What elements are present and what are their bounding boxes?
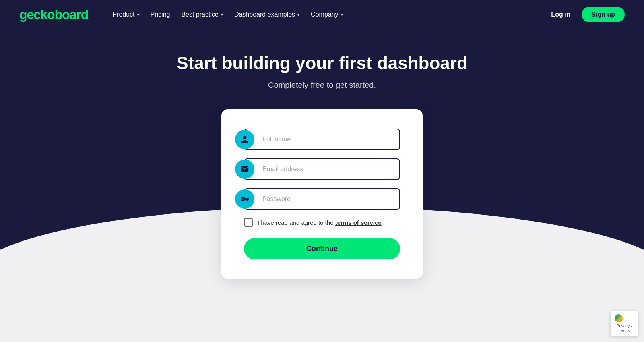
navbar: geckoboard Product ▾ Pricing Best practi…: [0, 0, 644, 29]
continue-button[interactable]: Continue: [244, 238, 400, 259]
chevron-down-icon: ▾: [221, 12, 223, 17]
nav-dashboard-examples[interactable]: Dashboard examples ▾: [229, 8, 304, 21]
login-button[interactable]: Log in: [546, 8, 575, 21]
nav-links: Product ▾ Pricing Best practice ▾ Dashbo…: [107, 8, 546, 21]
terms-label: I have read and agree to the terms of se…: [258, 219, 382, 226]
logo-text: geckoboard: [19, 7, 88, 22]
chevron-down-icon: ▾: [137, 12, 139, 17]
nav-pricing[interactable]: Pricing: [146, 8, 175, 21]
email-input[interactable]: [244, 158, 400, 180]
full-name-input[interactable]: [244, 129, 400, 150]
nav-product[interactable]: Product ▾: [107, 8, 144, 21]
terms-checkbox[interactable]: [244, 218, 253, 227]
password-input[interactable]: [244, 188, 400, 210]
email-group: [244, 158, 400, 180]
key-icon: [235, 189, 254, 209]
password-group: [244, 188, 400, 210]
recaptcha-icon: [615, 314, 623, 322]
signup-button[interactable]: Sign up: [582, 7, 625, 22]
hero-section: Start building your first dashboard Comp…: [0, 29, 644, 295]
hero-subtitle: Completely free to get started.: [268, 81, 376, 90]
nav-company[interactable]: Company ▾: [306, 8, 347, 21]
nav-auth: Log in Sign up: [546, 7, 625, 22]
recaptcha-badge: Privacy - Terms: [610, 311, 638, 336]
recaptcha-text: Privacy - Terms: [617, 324, 632, 333]
terms-row: I have read and agree to the terms of se…: [244, 218, 400, 227]
chevron-down-icon: ▾: [297, 12, 299, 17]
full-name-group: [244, 129, 400, 150]
nav-best-practice[interactable]: Best practice ▾: [176, 8, 227, 21]
terms-link[interactable]: terms of service: [335, 219, 382, 226]
chevron-down-icon: ▾: [341, 12, 343, 17]
email-icon: [235, 160, 254, 179]
signup-form-card: I have read and agree to the terms of se…: [221, 109, 423, 279]
hero-title: Start building your first dashboard: [176, 53, 468, 73]
person-icon: [235, 130, 254, 149]
logo[interactable]: geckoboard: [19, 8, 88, 21]
